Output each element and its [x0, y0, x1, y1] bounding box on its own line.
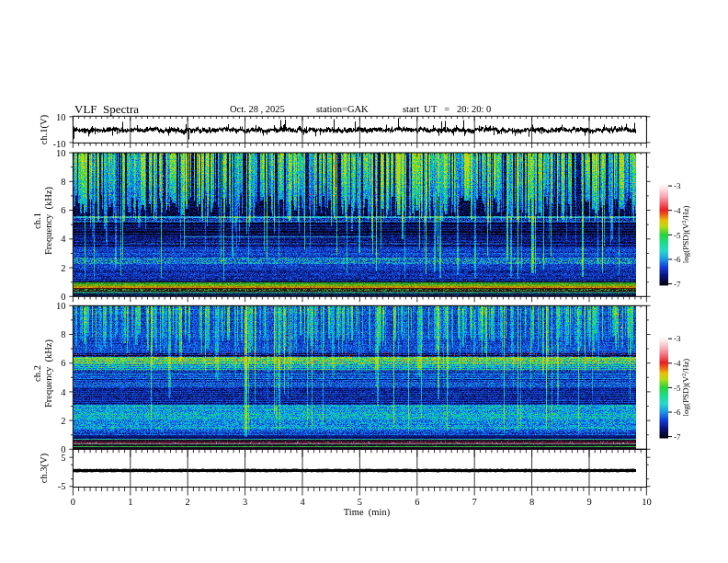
svg-text:5: 5: [358, 497, 362, 507]
svg-text:ch.3(V): ch.3(V): [39, 453, 50, 483]
svg-text:1: 1: [128, 497, 132, 507]
svg-text:2: 2: [61, 263, 65, 273]
svg-text:0: 0: [71, 497, 75, 507]
svg-text:Frequency (kHz): Frequency (kHz): [43, 186, 54, 255]
svg-text:6: 6: [61, 205, 65, 215]
svg-text:-4: -4: [674, 359, 681, 368]
svg-text:7: 7: [472, 497, 477, 507]
svg-text:ch.1(V): ch.1(V): [39, 114, 50, 144]
svg-text:log(PSD)(V2/Hz): log(PSD)(V2/Hz): [680, 206, 690, 264]
svg-text:-6: -6: [674, 255, 681, 264]
svg-text:10: 10: [642, 497, 652, 507]
svg-text:4: 4: [61, 234, 66, 244]
svg-text:2: 2: [61, 416, 65, 426]
svg-text:-7: -7: [674, 280, 681, 289]
svg-text:-3: -3: [674, 181, 681, 190]
svg-text:Time (min): Time (min): [344, 507, 391, 518]
svg-text:10: 10: [56, 148, 66, 158]
svg-text:6: 6: [415, 497, 419, 507]
svg-text:3: 3: [243, 497, 247, 507]
svg-text:4: 4: [61, 387, 66, 397]
svg-text:ch.1: ch.1: [32, 213, 42, 229]
svg-text:8: 8: [61, 177, 65, 187]
svg-text:station=GAK: station=GAK: [316, 104, 369, 114]
svg-text:-5: -5: [674, 384, 681, 393]
svg-text:-5: -5: [674, 231, 681, 240]
svg-text:ch.2: ch.2: [32, 365, 42, 382]
svg-text:VLF Spectra: VLF Spectra: [74, 102, 139, 116]
svg-text:2: 2: [186, 497, 190, 507]
svg-text:6: 6: [61, 358, 65, 368]
svg-text:-7: -7: [674, 432, 681, 442]
svg-text:Oct. 28 , 2025: Oct. 28 , 2025: [230, 104, 285, 114]
svg-text:9: 9: [586, 497, 591, 507]
svg-text:-6: -6: [674, 408, 681, 417]
svg-text:-4: -4: [674, 206, 681, 215]
svg-text:8: 8: [61, 329, 65, 339]
svg-text:start UT = 20: 20: 0: start UT = 20: 20: 0: [403, 104, 491, 114]
svg-text:-3: -3: [674, 334, 681, 343]
svg-text:4: 4: [300, 497, 305, 507]
svg-text:10: 10: [56, 301, 66, 311]
svg-text:8: 8: [529, 497, 534, 507]
svg-text:Frequency (kHz): Frequency (kHz): [43, 339, 54, 408]
svg-text:5: 5: [61, 453, 65, 463]
svg-text:-5: -5: [58, 481, 66, 491]
svg-text:log(PSD)(V2/Hz): log(PSD)(V2/Hz): [680, 359, 690, 417]
svg-text:10: 10: [56, 112, 66, 122]
